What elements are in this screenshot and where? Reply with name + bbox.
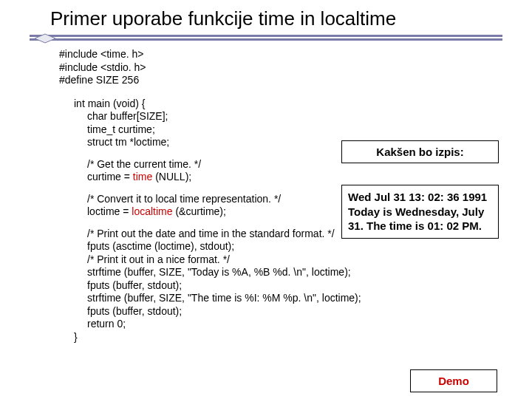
fn-localtime: localtime: [132, 205, 172, 217]
output-line: Wed Jul 31 13: 02: 36 1991: [348, 190, 492, 205]
code-line: fputs (asctime (loctime), stdout);: [74, 240, 532, 253]
slide-title: Primer uporabe funkcije time in localtim…: [0, 0, 532, 33]
code-line: time_t curtime;: [74, 123, 532, 137]
code-line: strftime (buffer, SIZE, "The time is %I:…: [74, 292, 532, 305]
code-line: return 0;: [74, 318, 532, 331]
code-line: /* Print it out in a nice format. */: [74, 253, 532, 267]
code-line: #include <stdio. h>: [59, 61, 532, 75]
output-box: Wed Jul 31 13: 02: 36 1991 Today is Wedn…: [341, 185, 499, 239]
demo-box: Demo: [410, 369, 497, 392]
code-line: #include <time. h>: [59, 48, 532, 61]
fn-time: time: [133, 171, 152, 183]
svg-marker-0: [35, 34, 55, 43]
output-line: Today is Wednesday, July 31. The time is…: [348, 205, 492, 233]
code-line: int main (void) {: [74, 98, 532, 111]
code-line: }: [74, 331, 532, 344]
code-line: curtime = time (NULL);: [74, 171, 532, 184]
code-line: fputs (buffer, stdout);: [74, 279, 532, 293]
diamond-icon: [34, 33, 53, 42]
code-line: #define SIZE 256: [59, 74, 532, 87]
title-underline: [30, 33, 502, 44]
code-line: strftime (buffer, SIZE, "Today is %A, %B…: [74, 266, 532, 279]
output-label-box: Kakšen bo izpis:: [341, 140, 499, 163]
code-line: char buffer[SIZE];: [74, 110, 532, 123]
include-block: #include <time. h> #include <stdio. h> #…: [0, 48, 532, 87]
code-line: fputs (buffer, stdout);: [74, 305, 532, 318]
